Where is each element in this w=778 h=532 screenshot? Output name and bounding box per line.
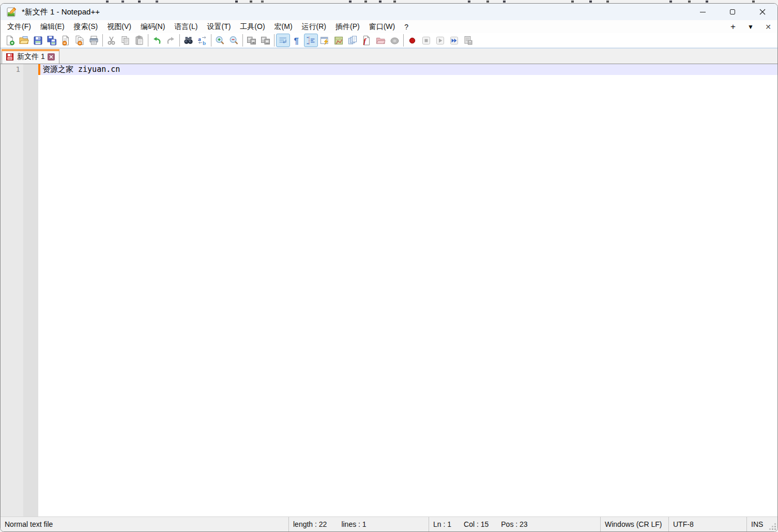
toolbar-show-indent-guide-button[interactable] [304,34,318,47]
close-icon [759,9,766,15]
toolbar-macro-record-button[interactable] [405,34,419,47]
status-line: Ln : 1 [433,520,451,528]
toolbar-document-map-button[interactable] [332,34,346,47]
toolbar-zoom-out-button[interactable] [227,34,241,47]
toolbar-zoom-in-button[interactable] [213,34,227,47]
toolbar-macro-save-button[interactable] [461,34,475,47]
copy-icon [120,35,131,46]
resize-grip[interactable] [774,528,776,530]
document-map-icon [333,35,344,46]
maximize-icon [730,9,735,14]
close-icon [60,35,71,46]
menu-bar: 文件(F)编辑(E)搜索(S)视图(V)编码(N)语言(L)设置(T)工具(O)… [1,20,777,33]
tab-new-file-1[interactable]: 新文件 1 [2,49,59,64]
minimize-button[interactable] [688,4,718,20]
macro-run-multiple-icon [449,35,460,46]
menu-language[interactable]: 语言(L) [170,21,202,33]
menu-search[interactable]: 搜索(S) [69,21,103,33]
tab-label: 新文件 1 [17,52,45,62]
toolbar-show-all-characters-button[interactable]: ¶ [290,34,304,47]
document-list-icon [347,35,358,46]
close-tab-button[interactable]: ✕ [763,23,773,31]
status-position: Pos : 23 [501,520,527,528]
status-cursor-position: Ln : 1 Col : 15 Pos : 23 [429,517,600,531]
minimize-icon [700,12,706,12]
show-all-characters-icon: ¶ [292,35,302,46]
tab-controls: + ▼ ✕ [728,22,773,32]
toolbar-save-all-button[interactable] [45,34,59,47]
toolbar-redo-button[interactable] [164,34,178,47]
current-line[interactable]: 资源之家 ziyuan.cn [40,64,777,75]
unsaved-file-icon [6,53,13,60]
editor-area[interactable]: 1 资源之家 ziyuan.cn [1,64,777,516]
toolbar-separator [179,34,180,47]
menu-view[interactable]: 视图(V) [102,21,136,33]
toolbar-sync-vertical-scroll-button[interactable] [245,34,258,47]
menu-encoding[interactable]: 编码(N) [136,21,170,33]
toolbar-macro-stop-button[interactable] [419,34,433,47]
sync-horizontal-scroll-icon [260,35,271,46]
menu-items: 文件(F)编辑(E)搜索(S)视图(V)编码(N)语言(L)设置(T)工具(O)… [3,21,413,33]
tab-close-button[interactable] [48,53,55,60]
toolbar-macro-run-multiple-button[interactable] [447,34,461,47]
active-tab-indicator [2,49,59,51]
toolbar-open-file-button[interactable] [17,34,31,47]
print-icon [88,35,99,46]
menu-window[interactable]: 窗口(W) [364,21,400,33]
tab-close-icon [49,55,53,59]
toolbar-undo-button[interactable] [150,34,164,47]
status-lines: lines : 1 [341,520,366,528]
menu-help[interactable]: ? [400,21,413,33]
toolbar-close-button[interactable] [59,34,73,47]
menu-macro[interactable]: 宏(M) [270,21,297,33]
text-editing-area[interactable]: 资源之家 ziyuan.cn [40,64,777,516]
title-bar: *新文件 1 - Notepad++ [1,4,777,20]
toolbar-paste-button[interactable] [132,34,146,47]
save-all-icon [47,35,57,46]
macro-record-icon [407,35,418,46]
toolbar-monitoring-button[interactable] [388,34,402,47]
tab-list-dropdown-button[interactable]: ▼ [745,23,756,31]
toolbar-cut-button[interactable] [104,34,118,47]
toolbar-separator [148,34,148,47]
menu-run[interactable]: 运行(R) [297,21,331,33]
open-file-icon [19,35,29,46]
toolbar-word-wrap-button[interactable] [276,34,290,47]
toolbar-close-all-button[interactable] [73,34,87,47]
status-encoding[interactable]: UTF-8 [668,517,746,531]
menu-tools[interactable]: 工具(O) [235,21,269,33]
toolbar-folder-as-workspace-button[interactable] [374,34,388,47]
toolbar: ab¶f [1,33,777,49]
toolbar-user-defined-language-button[interactable]: f [360,34,374,47]
folder-as-workspace-icon [375,35,386,46]
toolbar-document-list-button[interactable] [346,34,360,47]
toolbar-sync-horizontal-scroll-button[interactable] [258,34,272,47]
status-column: Col : 15 [464,520,489,528]
toolbar-function-list-button[interactable] [318,34,332,47]
toolbar-find-button[interactable] [181,34,195,47]
toolbar-replace-button[interactable]: ab [195,34,209,47]
toolbar-macro-play-button[interactable] [433,34,447,47]
undo-icon [151,35,162,46]
show-indent-guide-icon [306,35,316,46]
paste-icon [134,35,145,46]
sync-vertical-scroll-icon [246,35,257,46]
zoom-in-icon [215,35,225,46]
menu-file[interactable]: 文件(F) [3,21,36,33]
window-title: *新文件 1 - Notepad++ [22,7,100,17]
new-tab-button[interactable]: + [728,22,738,32]
menu-settings[interactable]: 设置(T) [202,21,235,33]
close-window-button[interactable] [748,4,777,20]
maximize-button[interactable] [718,4,748,20]
line-number: 1 [1,64,23,75]
fold-margin[interactable] [23,64,38,516]
status-eol-format[interactable]: Windows (CR LF) [600,517,668,531]
toolbar-new-file-button[interactable] [3,34,17,47]
menu-plugins[interactable]: 插件(P) [331,21,364,33]
find-icon [183,35,194,46]
menu-edit[interactable]: 编辑(E) [36,21,69,33]
status-insert-mode[interactable]: INS [746,517,777,531]
toolbar-print-button[interactable] [87,34,101,47]
toolbar-copy-button[interactable] [118,34,132,47]
toolbar-save-button[interactable] [31,34,45,47]
